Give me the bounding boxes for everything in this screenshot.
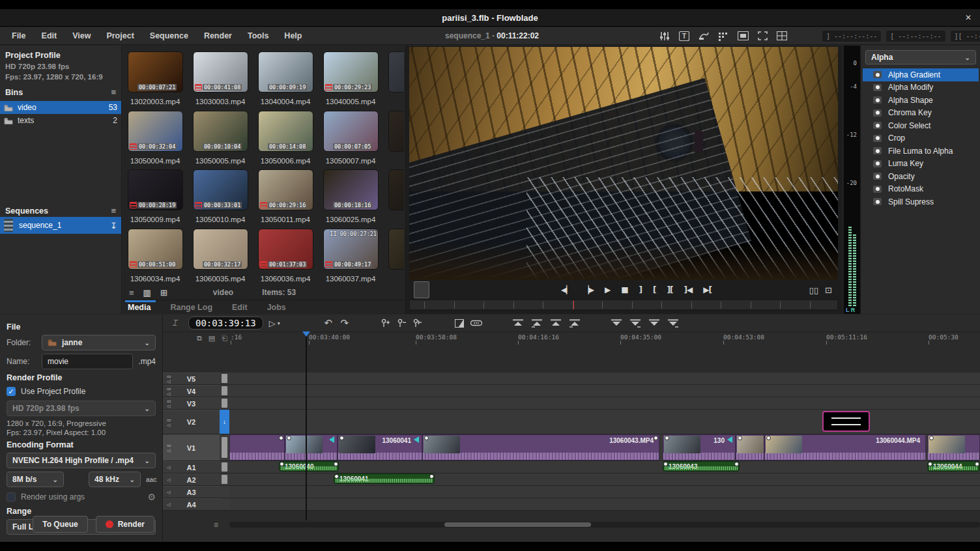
fade-handle[interactable] — [734, 462, 739, 466]
track-lane-v1[interactable]: 1306004113060043.MP413013060044.MP4 — [229, 434, 980, 461]
tab-media[interactable]: Media — [126, 300, 152, 314]
splice-out-button[interactable] — [611, 317, 622, 329]
track-head-a2[interactable]: ◁A2 — [163, 473, 220, 486]
media-item[interactable]: 00:00:14:0813050006.mp4 — [253, 109, 318, 167]
audio-clip-13060044[interactable]: 13060044 — [927, 461, 980, 472]
media-item[interactable]: 00:00:41:0813030003.mp4 — [188, 49, 253, 108]
audio-levels-icon[interactable] — [658, 30, 671, 42]
media-item[interactable]: 00:00:07:2113020003.mp4 — [122, 49, 188, 108]
bin-menu-icon[interactable]: ≡ — [129, 288, 134, 298]
media-item[interactable]: 00:00:32:1713060035.mp4 — [188, 227, 253, 285]
tab-range-log[interactable]: Range Log — [169, 300, 214, 314]
track-active-toggle-v3[interactable] — [220, 397, 229, 410]
add-marker-button[interactable] — [381, 317, 391, 329]
bins-menu-icon[interactable]: ≡ — [111, 87, 116, 97]
stop-button[interactable]: ■ — [621, 285, 627, 294]
fade-handle[interactable] — [766, 436, 771, 440]
filter-group-dropdown[interactable]: Alpha ⌄ — [865, 50, 976, 64]
media-item[interactable]: II 00:00:27:2100:00:49:1713060037.mp4 — [318, 227, 383, 285]
filter-opacity[interactable]: Opacity — [863, 170, 979, 183]
folder-dropdown[interactable]: janne ⌄ — [42, 335, 156, 350]
use-project-profile-row[interactable]: ✓ Use Project Profile — [7, 387, 156, 396]
track-head-v5[interactable]: ▭◁V5 — [163, 373, 220, 385]
video-clip-13060044.mp4[interactable]: 13060044.MP4 — [764, 434, 926, 460]
media-item[interactable]: 00:00:10:0413050005.mp4 — [188, 109, 253, 167]
ripple-delete-button[interactable] — [649, 317, 659, 329]
mark-out-button[interactable]: ] — [639, 285, 642, 294]
filter-file-luma-to-alpha[interactable]: File Luma to Alpha — [863, 145, 979, 158]
render-profile-dropdown[interactable]: HD 720p 23.98 fps ⌄ — [7, 401, 156, 416]
checkbox-unchecked-icon[interactable] — [7, 492, 16, 502]
tab-jobs[interactable]: Jobs — [266, 300, 287, 314]
filter-spill-supress[interactable]: Spill Supress — [863, 195, 979, 208]
menu-view[interactable]: View — [66, 29, 97, 43]
window-layout-icon[interactable] — [775, 30, 788, 42]
sync-link-icon[interactable] — [470, 317, 482, 329]
pointer-tool-icon[interactable]: ▷▾ — [269, 317, 280, 329]
track-head-a1[interactable]: ◁A1 — [163, 461, 220, 473]
filter-color-select[interactable]: Color Select — [863, 119, 979, 132]
media-item[interactable]: 00:00:32:0413050004.mp4 — [122, 109, 188, 167]
menu-tools[interactable]: Tools — [241, 29, 275, 43]
compositor-mode-icon[interactable] — [454, 317, 465, 329]
prev-frame-button[interactable]: ◀▏ — [561, 285, 571, 294]
mark-in-button[interactable]: [ — [653, 285, 656, 294]
undo-button[interactable]: ↶ — [323, 317, 334, 329]
overwrite-range-button[interactable] — [513, 317, 523, 329]
media-item[interactable]: 130 — [383, 227, 404, 285]
track-active-toggle-v5[interactable] — [220, 373, 229, 385]
close-icon[interactable]: ✕ — [962, 11, 975, 24]
redo-button[interactable]: ↷ — [339, 317, 350, 329]
clear-marks-button[interactable]: ][ — [667, 285, 672, 294]
fade-handle[interactable] — [339, 436, 344, 440]
ruler-view-icon[interactable]: ⧉ — [197, 334, 202, 343]
media-item[interactable]: 00:00:29:2313040005.mp4 — [318, 49, 383, 108]
overwrite-clip-button[interactable] — [532, 317, 542, 329]
ruler-view-icon[interactable]: ▤ — [209, 334, 215, 343]
media-item[interactable]: 00:00:09:1913040004.mp4 — [253, 49, 318, 108]
filter-alpha-gradient[interactable]: Alpha Gradient — [863, 68, 979, 81]
fade-handle[interactable] — [663, 462, 668, 466]
menu-sequence[interactable]: Sequence — [143, 29, 195, 43]
track-active-toggle-v4[interactable] — [220, 385, 229, 397]
append-clip-button[interactable] — [551, 317, 561, 329]
track-active-toggle-v1[interactable] — [220, 434, 229, 461]
video-clip[interactable] — [285, 434, 338, 460]
filter-rotomask[interactable]: RotoMask — [863, 183, 979, 196]
media-item[interactable]: 00:00:18:1613060025.mp4 — [318, 167, 383, 226]
video-clip-13060041[interactable]: 13060041 — [338, 434, 422, 460]
filter-crop[interactable]: Crop — [863, 132, 979, 145]
track-head-v3[interactable]: ▭◁V3 — [163, 397, 220, 410]
bin-row-texts[interactable]: texts2 — [0, 114, 121, 127]
lift-button[interactable] — [630, 317, 641, 329]
menu-help[interactable]: Help — [278, 29, 308, 43]
marker-menu-button[interactable] — [413, 317, 424, 329]
compositing-mode-icon[interactable] — [697, 30, 710, 42]
filter-alpha-modify[interactable]: Alpha Modify — [863, 81, 979, 94]
scrollbar-thumb[interactable] — [444, 522, 591, 527]
media-item[interactable]: 00:00:29:1613050011.mp4 — [253, 167, 318, 226]
delete-range-button[interactable] — [668, 317, 678, 329]
fade-handle[interactable] — [287, 436, 291, 440]
media-relink-icon[interactable] — [736, 30, 749, 42]
to-mark-out-button[interactable]: ▶[ — [703, 285, 712, 294]
delete-marker-button[interactable] — [397, 317, 407, 329]
sequences-menu-icon[interactable]: ≡ — [111, 206, 116, 216]
tab-edit[interactable]: Edit — [231, 300, 249, 314]
timeline-ruler[interactable]: ⧉▤⎗ :1600:03:40:0000:03:58:0800:04:16:16… — [163, 332, 980, 345]
monitor-scrub-bar[interactable] — [409, 300, 838, 310]
fullscreen-icon[interactable] — [756, 30, 769, 42]
two-roll-view-icon[interactable]: ▯▯ — [809, 285, 818, 295]
to-queue-button[interactable]: To Queue — [33, 516, 87, 533]
track-head-a4[interactable]: ◁A4 — [163, 498, 220, 511]
filter-alpha-shape[interactable]: Alpha Shape — [863, 94, 979, 107]
fade-handle[interactable] — [424, 436, 429, 440]
list-view-icon[interactable]: ▥ — [143, 288, 151, 298]
timeline-scrollbar[interactable] — [229, 522, 980, 528]
media-item[interactable]: 00:00:51:0013060034.mp4 — [122, 227, 188, 285]
titler-icon[interactable]: T — [678, 30, 691, 42]
video-clip-13060043.mp4[interactable]: 13060043.MP4 — [422, 434, 659, 460]
insert-tool-icon[interactable]: ⌶ — [169, 317, 180, 329]
track-lane-a2[interactable]: 13060041 — [229, 473, 980, 486]
samplerate-dropdown[interactable]: 48 kHz ⌄ — [89, 472, 141, 487]
